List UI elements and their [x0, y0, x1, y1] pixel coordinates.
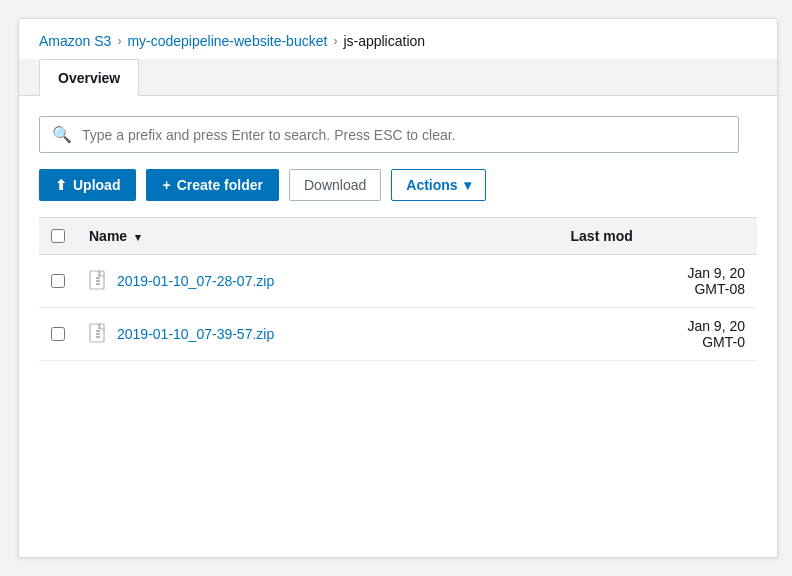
table-row: 2019-01-10_07-28-07.zip Jan 9, 20GMT-08: [39, 255, 757, 308]
create-folder-label: Create folder: [177, 177, 263, 193]
svg-rect-7: [96, 330, 100, 332]
breadcrumb-amazon-s3[interactable]: Amazon S3: [39, 33, 111, 49]
tab-overview[interactable]: Overview: [39, 59, 139, 96]
table-row: 2019-01-10_07-39-57.zip Jan 9, 20GMT-0: [39, 308, 757, 361]
sort-arrow-icon: ▾: [135, 231, 141, 244]
lastmod-col-label: Last mod: [571, 228, 633, 244]
svg-rect-10: [98, 327, 100, 329]
select-all-checkbox[interactable]: [51, 229, 65, 243]
th-lastmod: Last mod: [559, 218, 757, 255]
plus-icon: +: [162, 177, 170, 193]
svg-rect-4: [98, 274, 100, 276]
upload-label: Upload: [73, 177, 120, 193]
breadcrumb-current: js-application: [343, 33, 425, 49]
main-panel: Amazon S3 › my-codepipeline-website-buck…: [18, 18, 778, 558]
breadcrumb: Amazon S3 › my-codepipeline-website-buck…: [19, 19, 777, 59]
file-zip-icon-2: [89, 323, 109, 345]
svg-rect-5: [98, 271, 100, 273]
create-folder-button[interactable]: + Create folder: [146, 169, 279, 201]
actions-row: ⬆ Upload + Create folder Download Action…: [39, 169, 757, 201]
actions-button[interactable]: Actions ▾: [391, 169, 485, 201]
row-2-lastmod: Jan 9, 20GMT-0: [559, 308, 757, 361]
svg-rect-3: [96, 283, 100, 285]
upload-icon: ⬆: [55, 177, 67, 193]
actions-label: Actions: [406, 177, 457, 193]
row-1-file-link[interactable]: 2019-01-10_07-28-07.zip: [117, 273, 274, 289]
download-button[interactable]: Download: [289, 169, 381, 201]
breadcrumb-sep-1: ›: [117, 34, 121, 48]
row-2-lastmod-value: Jan 9, 20GMT-0: [687, 318, 745, 350]
row-1-lastmod: Jan 9, 20GMT-08: [559, 255, 757, 308]
svg-rect-11: [98, 324, 100, 326]
tabs-bar: Overview: [19, 59, 777, 96]
row-2-file-link[interactable]: 2019-01-10_07-39-57.zip: [117, 326, 274, 342]
content-area: 🔍 ⬆ Upload + Create folder Download Acti…: [19, 96, 777, 361]
row-2-name-cell: 2019-01-10_07-39-57.zip: [77, 308, 559, 361]
row-1-checkbox-cell: [39, 255, 77, 308]
chevron-down-icon: ▾: [464, 177, 471, 193]
row-1-name-cell: 2019-01-10_07-28-07.zip: [77, 255, 559, 308]
svg-rect-2: [96, 280, 100, 282]
search-bar[interactable]: 🔍: [39, 116, 739, 153]
page-background: Amazon S3 › my-codepipeline-website-buck…: [0, 18, 792, 576]
th-name[interactable]: Name ▾: [77, 218, 559, 255]
svg-rect-1: [96, 277, 100, 279]
file-table: Name ▾ Last mod: [39, 217, 757, 361]
row-2-checkbox[interactable]: [51, 327, 65, 341]
download-label: Download: [304, 177, 366, 193]
row-1-name-content: 2019-01-10_07-28-07.zip: [89, 270, 547, 292]
file-zip-icon: [89, 270, 109, 292]
th-checkbox: [39, 218, 77, 255]
svg-rect-8: [96, 333, 100, 335]
row-1-lastmod-value: Jan 9, 20GMT-08: [687, 265, 745, 297]
search-input[interactable]: [82, 127, 726, 143]
name-col-label: Name: [89, 228, 127, 244]
upload-button[interactable]: ⬆ Upload: [39, 169, 136, 201]
row-1-checkbox[interactable]: [51, 274, 65, 288]
svg-rect-9: [96, 336, 100, 338]
row-2-checkbox-cell: [39, 308, 77, 361]
breadcrumb-bucket[interactable]: my-codepipeline-website-bucket: [127, 33, 327, 49]
search-icon: 🔍: [52, 125, 72, 144]
breadcrumb-sep-2: ›: [333, 34, 337, 48]
row-2-name-content: 2019-01-10_07-39-57.zip: [89, 323, 547, 345]
